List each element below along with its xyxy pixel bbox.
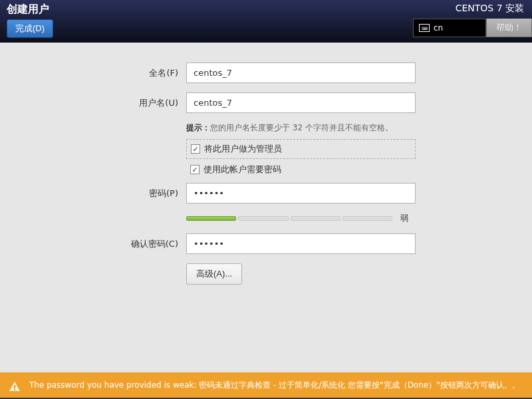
password-input[interactable] bbox=[186, 183, 416, 203]
confirm-password-input[interactable] bbox=[186, 233, 416, 254]
require-password-row[interactable]: ✓ 使用此帐户需要密码 bbox=[186, 160, 416, 179]
password-label: 密码(P) bbox=[33, 188, 186, 200]
strength-segment-2 bbox=[238, 216, 288, 221]
strength-segment-4 bbox=[342, 216, 392, 221]
page-title: 创建用户 bbox=[7, 3, 53, 17]
admin-checkbox[interactable]: ✓ bbox=[191, 144, 200, 154]
strength-segment-3 bbox=[291, 216, 340, 221]
warning-icon bbox=[9, 382, 20, 391]
header-right: CENTOS 7 安装 ⌨ cn 帮助！ bbox=[413, 0, 532, 43]
keyboard-icon: ⌨ bbox=[419, 24, 430, 32]
user-creation-form: 全名(F) 用户名(U) 提示：您的用户名长度要少于 32 个字符并且不能有空格… bbox=[0, 43, 532, 285]
require-password-checkbox[interactable]: ✓ bbox=[190, 165, 200, 174]
admin-checkbox-label: 将此用户做为管理员 bbox=[204, 143, 282, 155]
strength-label: 弱 bbox=[400, 213, 408, 224]
require-password-label: 使用此帐户需要密码 bbox=[203, 164, 281, 176]
install-title: CENTOS 7 安装 bbox=[456, 3, 532, 15]
header-controls: ⌨ cn 帮助！ bbox=[413, 19, 532, 37]
done-button[interactable]: 完成(D) bbox=[7, 19, 53, 38]
strength-segment-1 bbox=[186, 216, 236, 221]
username-label: 用户名(U) bbox=[33, 97, 186, 109]
advanced-button[interactable]: 高级(A)... bbox=[186, 263, 242, 285]
warning-text: The password you have provided is weak: … bbox=[29, 379, 520, 391]
confirm-password-label: 确认密码(C) bbox=[33, 238, 186, 250]
installer-header: 创建用户 完成(D) CENTOS 7 安装 ⌨ cn 帮助！ bbox=[0, 0, 532, 43]
keyboard-layout-selector[interactable]: ⌨ cn bbox=[413, 19, 486, 37]
username-hint: 提示：您的用户名长度要少于 32 个字符并且不能有空格。 bbox=[186, 122, 416, 134]
password-strength-meter: 弱 bbox=[186, 213, 416, 224]
fullname-input[interactable] bbox=[186, 63, 416, 83]
keyboard-layout-label: cn bbox=[434, 23, 443, 33]
admin-checkbox-row[interactable]: ✓ 将此用户做为管理员 bbox=[186, 139, 416, 159]
help-button[interactable]: 帮助！ bbox=[486, 19, 532, 37]
header-left: 创建用户 完成(D) bbox=[0, 0, 60, 43]
warning-bar: The password you have provided is weak: … bbox=[0, 372, 532, 399]
username-input[interactable] bbox=[186, 92, 416, 113]
fullname-label: 全名(F) bbox=[33, 67, 186, 79]
